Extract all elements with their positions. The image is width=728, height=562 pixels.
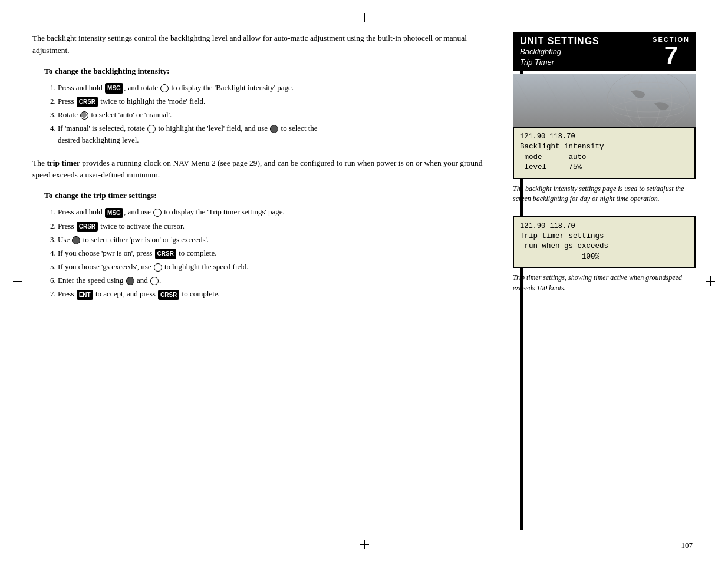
screen2-coords: 121.90 118.70	[520, 222, 689, 230]
cross-mark-bottom	[360, 540, 369, 549]
side-mark-right-mid	[699, 277, 710, 277]
rotate-icon-2	[80, 111, 88, 120]
select-icon-2	[72, 236, 80, 244]
screen1-line2: mode auto	[520, 153, 689, 163]
cross-mark-top	[360, 13, 369, 22]
select-icon-1	[270, 125, 278, 133]
trip-step-3: 3. Use to select either 'pwr is on' or '…	[50, 234, 489, 246]
screen2-line3: 100%	[520, 252, 689, 263]
section-number: 7	[664, 43, 678, 68]
globe-svg	[513, 74, 696, 127]
crsr-badge-4: CRSR	[158, 290, 179, 300]
screen1-line3: level 75%	[520, 163, 689, 173]
backlighting-step-1: 1. Press and hold MSG, and rotate to dis…	[50, 82, 489, 94]
left-column: The backlight intensity settings control…	[32, 32, 495, 530]
cross-mark-right	[706, 276, 715, 286]
subtitle-line1: Backlighting	[520, 47, 561, 56]
msg-badge-2: MSG	[105, 208, 123, 219]
side-mark-left-top	[18, 71, 29, 71]
backlighting-steps: 1. Press and hold MSG, and rotate to dis…	[50, 82, 489, 147]
rotate-icon-1	[160, 84, 169, 92]
crsr-badge-3: CRSR	[155, 249, 176, 259]
backlighting-step-3: 3. Rotate to select 'auto' or 'manual'.	[50, 109, 489, 121]
screen2-caption: Trip timer settings, showing timer activ…	[513, 273, 696, 293]
rotate-icon-6	[150, 277, 159, 285]
trip-step-1: 1. Press and hold MSG, and use to displa…	[50, 206, 489, 218]
screen1-caption: The backlight intensity settings page is…	[513, 184, 696, 204]
backlighting-step-2: 2. Press CRSR twice to highlight the 'mo…	[50, 95, 489, 107]
backlighting-step-4: 4. If 'manual' is selected, rotate to hi…	[50, 123, 489, 146]
crsr-badge-1: CRSR	[77, 97, 98, 107]
backlight-screen: 121.90 118.70 Backlight intensity mode a…	[513, 127, 696, 179]
screen2-line2: run when gs exceeds	[520, 242, 689, 252]
trip-step-6: 6. Enter the speed using and .	[50, 275, 489, 286]
corner-mark-tr	[699, 18, 710, 29]
svg-rect-0	[513, 74, 696, 127]
screen1-line1: Backlight intensity	[520, 142, 689, 153]
trip-timer-heading: To change the trip timer settings:	[44, 191, 489, 200]
screen1-coords: 121.90 118.70	[520, 133, 689, 141]
subtitle-line2: Trip Timer	[520, 58, 554, 67]
section-subtitles: Backlighting Trip Timer	[520, 47, 640, 68]
backlighting-intro: The backlight intensity settings control…	[32, 32, 489, 57]
trip-step-5: 5. If you choose 'gs exceeds', use to hi…	[50, 261, 489, 273]
cross-mark-left	[13, 276, 22, 286]
select-icon-3	[126, 277, 134, 285]
trip-step-2: 2. Press CRSR twice to activate the curs…	[50, 220, 489, 232]
trip-step-7: 7. Press ENT to accept, and press CRSR t…	[50, 288, 489, 300]
page-content: The backlight intensity settings control…	[32, 32, 696, 530]
page-number: 107	[681, 541, 693, 550]
section-header: UNIT SETTINGS Backlighting Trip Timer SE…	[513, 32, 696, 71]
section-title-box: UNIT SETTINGS Backlighting Trip Timer	[513, 32, 647, 71]
ent-badge: ENT	[77, 290, 93, 300]
rotate-icon-4	[153, 209, 162, 217]
trip-timer-intro: The trip timer provides a running clock …	[32, 157, 489, 182]
screen2-line1: Trip timer settings	[520, 232, 689, 242]
msg-badge-1: MSG	[105, 83, 123, 94]
crsr-badge-2: CRSR	[77, 222, 98, 232]
trip-step-4: 4. If you choose 'pwr is on', press CRSR…	[50, 247, 489, 259]
trip-timer-screen: 121.90 118.70 Trip timer settings run wh…	[513, 216, 696, 269]
unit-settings-title: UNIT SETTINGS	[520, 36, 640, 47]
corner-mark-br	[699, 533, 710, 544]
section-number-box: SECTION 7	[647, 32, 696, 71]
backlighting-heading: To change the backlighting intensity:	[44, 67, 489, 76]
trip-timer-steps: 1. Press and hold MSG, and use to displa…	[50, 206, 489, 300]
corner-mark-tl	[18, 18, 29, 29]
rotate-icon-3	[147, 125, 156, 133]
globe-graphic	[513, 74, 696, 127]
right-column: UNIT SETTINGS Backlighting Trip Timer SE…	[513, 32, 696, 530]
corner-mark-bl	[18, 533, 29, 544]
rotate-icon-5	[154, 263, 162, 272]
side-mark-right-top	[699, 71, 710, 71]
side-mark-left-mid	[18, 277, 29, 277]
